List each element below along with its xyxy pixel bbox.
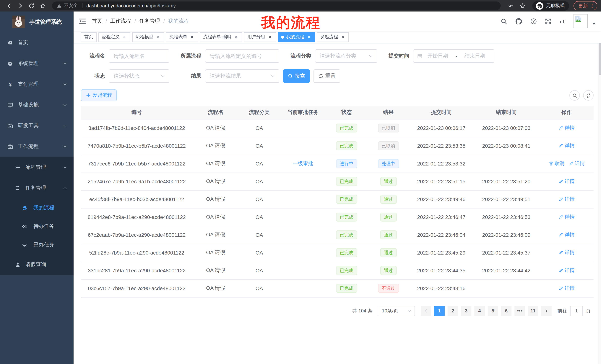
tab-首页[interactable]: 首页 — [81, 32, 97, 42]
sidebar-item-待办任务[interactable]: 待办任务 — [0, 217, 74, 236]
monitor-icon — [7, 102, 13, 108]
close-icon[interactable]: × — [306, 34, 312, 39]
sidebar-item-支付管理[interactable]: ¥支付管理 — [0, 74, 74, 95]
breadcrumb-item[interactable]: 首页 — [92, 18, 102, 25]
edit-icon — [559, 197, 563, 202]
sidebar-item-已办任务[interactable]: 已办任务 — [0, 236, 74, 254]
current-task-link[interactable]: 一级审批 — [293, 160, 313, 167]
status-badge: 已完成 — [336, 124, 357, 133]
detail-button[interactable]: 详情 — [559, 196, 575, 203]
chrome-update-button[interactable]: 更新 — [573, 1, 597, 10]
detail-button[interactable]: 详情 — [559, 231, 575, 238]
toggle-search-button[interactable] — [570, 90, 580, 101]
sidebar-item-系统管理[interactable]: 系统管理 — [0, 53, 74, 74]
home-icon[interactable] — [40, 3, 46, 9]
page-button-2[interactable]: 2 — [448, 306, 458, 316]
close-icon[interactable]: × — [234, 34, 239, 39]
browser-menu-icon[interactable] — [590, 3, 595, 8]
tab-流程模型[interactable]: 流程模型× — [132, 32, 164, 42]
cell-process-name: OA 请假 — [192, 208, 239, 226]
page-button-4[interactable]: 4 — [474, 306, 485, 316]
tab-用户分组[interactable]: 用户分组× — [244, 32, 276, 42]
bookmark-star-icon[interactable] — [520, 3, 526, 9]
chevron-down-icon[interactable] — [592, 23, 596, 25]
cell-actions: 详情 — [540, 244, 594, 262]
detail-button[interactable]: 详情 — [559, 267, 575, 274]
reset-button[interactable]: 重置 — [313, 69, 340, 83]
result-badge: 通过 — [380, 266, 397, 275]
sidebar-item-我的流程[interactable]: 我的流程 — [0, 199, 74, 217]
sidebar-item-流程管理[interactable]: 流程管理 — [0, 157, 74, 178]
process-name-input[interactable] — [109, 53, 169, 59]
date-range-picker[interactable]: 开始日期 - 结束日期 — [413, 49, 494, 63]
sidebar-item-工作流程[interactable]: 工作流程 — [0, 136, 74, 157]
back-icon[interactable] — [6, 3, 12, 9]
cell-current-task — [280, 172, 326, 190]
result-badge: 通过 — [380, 213, 397, 221]
not-secure-icon — [57, 3, 62, 8]
cancel-button[interactable]: 取消 — [549, 160, 564, 167]
refresh-table-button[interactable] — [583, 90, 594, 101]
sidebar-item-请假查询[interactable]: 请假查询 — [0, 254, 74, 275]
goto-page-input[interactable] — [570, 306, 583, 316]
category-select[interactable]: 请选择流程分类 — [315, 49, 377, 63]
forward-icon[interactable] — [18, 3, 23, 9]
detail-button[interactable]: 详情 — [559, 125, 575, 131]
sidebar-item-任务管理[interactable]: 任务管理 — [0, 178, 74, 199]
page-button-3[interactable]: 3 — [461, 306, 471, 316]
edit-icon — [559, 126, 563, 130]
scrollbar[interactable] — [598, 11, 601, 364]
page-size-select[interactable]: 10条/页 — [378, 306, 415, 316]
next-page-button[interactable] — [541, 306, 551, 316]
app-brand[interactable]: 芋道管理系统 — [0, 11, 74, 32]
search-icon[interactable] — [501, 18, 507, 24]
detail-button[interactable]: 详情 — [569, 160, 585, 167]
font-size-icon[interactable]: TT — [559, 18, 566, 24]
reload-icon[interactable] — [29, 3, 35, 9]
url-host: dashboard.yudao.iocoder.cn — [86, 3, 147, 9]
cell-result: 已取消 — [367, 119, 410, 137]
action-label: 详情 — [565, 178, 575, 185]
tab-发起流程[interactable]: 发起流程× — [317, 32, 349, 42]
status-select[interactable]: 请选择状态 — [109, 69, 169, 83]
detail-button[interactable]: 详情 — [559, 249, 575, 256]
page-button-6[interactable]: 6 — [501, 306, 511, 316]
active-tab-dot — [281, 35, 284, 38]
breadcrumb-item[interactable]: 工作流程 — [110, 18, 131, 25]
close-icon[interactable]: × — [156, 34, 161, 39]
cell-process-name: OA 请假 — [192, 190, 239, 208]
sidebar-item-研发工具[interactable]: 研发工具 — [0, 115, 74, 136]
page-button-11[interactable]: 11 — [528, 306, 538, 316]
cell-end-time: 2022-01-22 23:51:20 — [473, 172, 540, 190]
cell-category: OA — [239, 119, 280, 137]
close-icon[interactable]: × — [267, 34, 273, 39]
process-definition-input[interactable] — [205, 53, 279, 59]
result-select[interactable]: 请选择流结果 — [205, 69, 279, 83]
breadcrumb-item[interactable]: 任务管理 — [139, 18, 160, 25]
close-icon[interactable]: × — [340, 34, 345, 39]
tab-流程表单-编辑[interactable]: 流程表单-编辑× — [200, 32, 242, 42]
close-icon[interactable]: × — [190, 34, 195, 39]
tab-流程定义[interactable]: 流程定义× — [99, 32, 130, 42]
sidebar-item-基础设施[interactable]: 基础设施 — [0, 95, 74, 115]
github-icon[interactable] — [515, 18, 522, 25]
help-icon[interactable] — [531, 18, 537, 24]
detail-button[interactable]: 详情 — [559, 178, 575, 185]
search-button[interactable]: 搜索 — [283, 69, 310, 83]
password-key-icon[interactable] — [508, 3, 514, 9]
detail-button[interactable]: 详情 — [559, 143, 575, 149]
detail-button[interactable]: 详情 — [559, 214, 575, 220]
detail-button[interactable]: 详情 — [559, 285, 575, 292]
address-bar[interactable]: 不安全 dashboard.yudao.iocoder.cn/bpm/task/… — [52, 1, 501, 10]
hamburger-icon[interactable] — [79, 18, 86, 24]
page-button-5[interactable]: 5 — [488, 306, 498, 316]
tab-流程表单[interactable]: 流程表单× — [166, 32, 198, 42]
tab-我的流程[interactable]: 我的流程× — [278, 32, 315, 42]
close-icon[interactable]: × — [122, 34, 127, 39]
page-button-1[interactable]: 1 — [434, 306, 445, 316]
avatar[interactable] — [573, 14, 588, 28]
sidebar-item-首页[interactable]: 首页 — [0, 32, 74, 53]
fullscreen-icon[interactable] — [545, 18, 551, 24]
calendar-icon — [417, 53, 422, 59]
create-process-button[interactable]: 发起流程 — [81, 89, 117, 101]
